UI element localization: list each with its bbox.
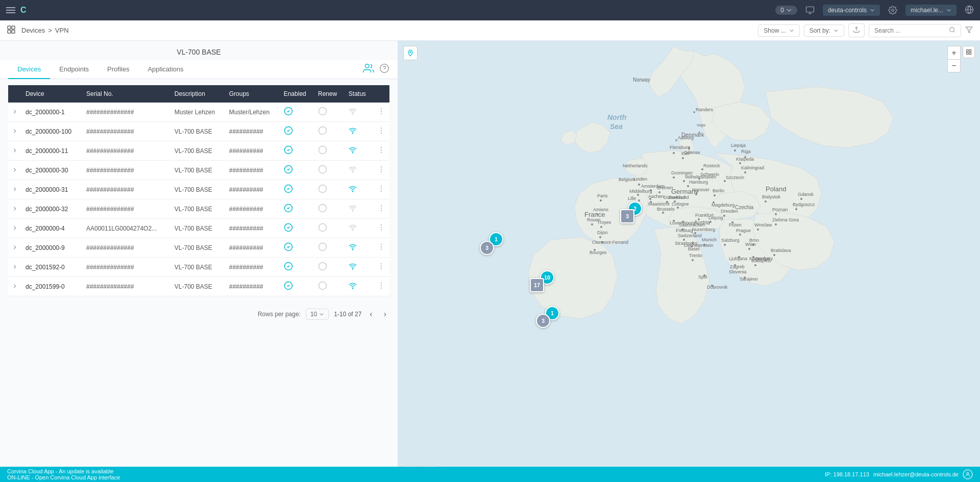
search-icon[interactable] [949, 27, 955, 35]
filter-icon[interactable] [965, 26, 973, 35]
svg-text:Riga: Riga [741, 149, 751, 154]
help-icon[interactable] [379, 63, 389, 76]
user-name: michael.le... [911, 7, 943, 14]
tab-applications[interactable]: Applications [138, 60, 192, 79]
svg-text:Leipzig: Leipzig [708, 215, 723, 220]
svg-point-20 [319, 127, 327, 135]
grid-icon[interactable] [7, 26, 15, 35]
toolbar-right: Show ... Sort by: [758, 23, 973, 37]
map-container[interactable]: Aalborg Randers Odense Vejle North Sea D… [398, 41, 980, 482]
svg-text:Zielona Gora: Zielona Gora [772, 217, 799, 222]
map-zoom-in[interactable]: + [947, 46, 961, 59]
renew-col [314, 199, 345, 219]
row-expand[interactable] [8, 180, 21, 199]
groups: Muster/Lehzen [225, 103, 280, 122]
row-menu[interactable] [373, 122, 389, 141]
cluster-3-gray[interactable]: 3 [480, 241, 494, 255]
breadcrumb-root[interactable]: Devices [21, 27, 45, 34]
svg-point-65 [381, 266, 382, 267]
row-menu[interactable] [373, 103, 389, 122]
user-selector[interactable]: michael.le... [905, 5, 957, 16]
row-menu[interactable] [373, 219, 389, 238]
svg-rect-227 [967, 53, 969, 55]
notification-badge[interactable]: 0 [775, 6, 797, 15]
row-menu[interactable] [373, 161, 389, 180]
map-tool-right [963, 46, 975, 58]
svg-point-52 [381, 224, 382, 225]
status-user-icon[interactable] [963, 469, 973, 479]
svg-point-11 [380, 64, 389, 72]
svg-point-35 [381, 169, 382, 170]
svg-text:Sea: Sea [610, 122, 623, 131]
row-menu[interactable] [373, 199, 389, 219]
svg-text:Bratislava: Bratislava [771, 248, 791, 253]
rows-per-page-select[interactable]: 10 [306, 309, 329, 320]
groups: ########## [225, 199, 280, 219]
row-expand[interactable] [8, 258, 21, 277]
col-groups: Groups [225, 85, 280, 103]
row-expand[interactable] [8, 122, 21, 141]
col-renew: Renew [314, 85, 345, 103]
org-chevron-icon [870, 8, 875, 13]
svg-text:Zagreb: Zagreb [730, 264, 745, 269]
map-location-icon[interactable] [403, 46, 418, 60]
row-menu[interactable] [373, 277, 389, 296]
map-panel: Aalborg Randers Odense Vejle North Sea D… [398, 41, 980, 482]
row-expand[interactable] [8, 141, 21, 161]
serial-no: ############## [82, 161, 170, 180]
svg-point-54 [381, 230, 382, 231]
settings-icon[interactable] [888, 6, 897, 15]
org-selector[interactable]: deuta-controls [823, 5, 880, 16]
row-expand[interactable] [8, 103, 21, 122]
svg-point-194 [692, 259, 694, 261]
panel-title: VL-700 BASE [0, 41, 398, 60]
map-zoom-out[interactable]: − [947, 59, 961, 72]
svg-point-110 [687, 185, 689, 187]
tab-devices[interactable]: Devices [8, 60, 50, 79]
hamburger-menu[interactable] [6, 7, 15, 13]
row-menu[interactable] [373, 258, 389, 277]
groups: ########## [225, 122, 280, 141]
svg-point-64 [381, 263, 382, 264]
row-menu[interactable] [373, 238, 389, 258]
status-col [345, 258, 373, 277]
tab-profiles[interactable]: Profiles [98, 60, 138, 79]
row-expand[interactable] [8, 199, 21, 219]
svg-point-44 [319, 205, 327, 212]
sort-dropdown[interactable]: Sort by: [804, 24, 844, 37]
cluster-3-south-gray[interactable]: 3 [536, 314, 550, 328]
display-icon[interactable] [805, 6, 815, 15]
tabs-actions [363, 63, 389, 77]
map-layers-icon[interactable] [963, 46, 975, 58]
svg-point-63 [352, 269, 353, 269]
globe-icon[interactable] [965, 5, 974, 16]
svg-point-180 [596, 213, 598, 215]
renew-col [314, 258, 345, 277]
row-expand[interactable] [8, 161, 21, 180]
svg-text:Berlin: Berlin [713, 188, 724, 193]
row-menu[interactable] [373, 180, 389, 199]
svg-point-58 [381, 244, 382, 245]
enabled-col [280, 219, 314, 238]
enabled-col [280, 122, 314, 141]
svg-point-32 [319, 166, 327, 173]
next-page-button[interactable]: › [381, 309, 389, 320]
renew-col [314, 277, 345, 296]
tab-endpoints[interactable]: Endpoints [50, 60, 98, 79]
cluster-17-gray[interactable]: 17 [530, 278, 544, 292]
row-expand[interactable] [8, 238, 21, 258]
row-expand[interactable] [8, 219, 21, 238]
svg-point-51 [352, 230, 353, 231]
show-dropdown[interactable]: Show ... [758, 24, 799, 37]
search-input[interactable] [874, 27, 946, 34]
cluster-3-sq-gray[interactable]: 3 [620, 209, 634, 223]
table-row: dc_2001592-0 ############## VL-700 BASE … [8, 258, 389, 277]
row-expand[interactable] [8, 277, 21, 296]
upload-button[interactable] [848, 23, 865, 37]
description: VL-700 BASE [170, 238, 225, 258]
description: VL-700 BASE [170, 258, 225, 277]
group-users-icon[interactable] [363, 63, 374, 77]
row-menu[interactable] [373, 141, 389, 161]
prev-page-button[interactable]: ‹ [366, 309, 375, 320]
col-serial: Serial No. [82, 85, 170, 103]
